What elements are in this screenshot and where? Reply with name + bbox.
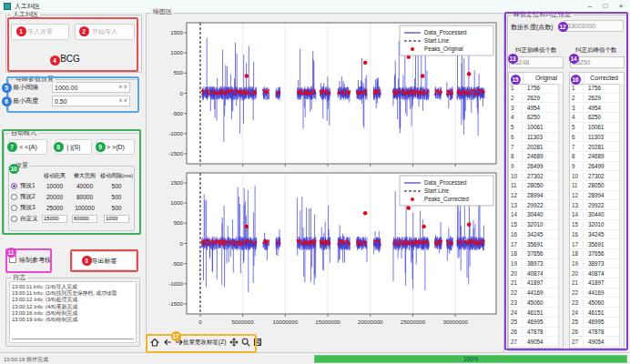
close-button[interactable]: × [614, 1, 628, 12]
step-forward-button[interactable]: > >(D) [97, 139, 135, 155]
table-row[interactable]: 1430440 [570, 210, 619, 220]
table-row[interactable]: 720281 [509, 142, 558, 152]
preset-radio[interactable] [11, 194, 17, 200]
table-row[interactable]: 1027302 [570, 171, 619, 181]
minimize-button[interactable]: – [583, 1, 597, 12]
table-row[interactable]: 1837656 [509, 249, 558, 259]
table-row[interactable]: 1735691 [570, 239, 619, 249]
plot-area-group-label: 绘图区 [151, 8, 174, 15]
svg-text:1000: 1000 [170, 199, 183, 206]
table-row[interactable]: 2749054 [509, 337, 558, 347]
table-row[interactable]: 1228994 [509, 191, 558, 201]
min-interval-spinbox[interactable]: ∧∨ [52, 82, 130, 93]
table-row[interactable]: 1634245 [509, 230, 558, 240]
table-row[interactable]: 22629 [570, 94, 619, 104]
table-row[interactable]: 824689 [509, 152, 558, 162]
corrected-peaks-table[interactable]: Corrected1175622629349544625051006161130… [569, 72, 625, 349]
step-back-button[interactable]: < <(A) [9, 139, 47, 155]
chevron-up-down-icon[interactable]: ∧∨ [118, 96, 128, 103]
table-row[interactable]: 2546995 [509, 318, 558, 328]
table-row[interactable]: 510061 [509, 123, 558, 133]
preset-value-input[interactable] [104, 215, 129, 223]
zoom-button[interactable] [239, 336, 251, 348]
table-row[interactable]: 720281 [570, 142, 619, 152]
table-row[interactable]: 34954 [509, 103, 558, 113]
table-row[interactable]: 11756 [509, 84, 558, 94]
table-row[interactable]: 2647878 [570, 328, 619, 338]
table-row[interactable]: 926499 [570, 162, 619, 172]
table-row[interactable]: 510061 [570, 123, 619, 133]
table-row[interactable]: 1532010 [570, 220, 619, 230]
home-button[interactable] [148, 336, 160, 348]
preset-value-input[interactable] [42, 215, 67, 223]
pan-icon [229, 338, 239, 347]
application-window: 人工纠区 – □ × 人工纠区 导入设置 开始导入 BCG 寻峰参数设置 最小间… [0, 0, 630, 364]
import-settings-button[interactable]: 导入设置 [11, 24, 69, 40]
before-count-field[interactable] [509, 56, 564, 68]
table-row[interactable]: 1532010 [509, 220, 558, 230]
preset-radio[interactable] [11, 205, 17, 211]
table-row[interactable]: 22629 [509, 94, 558, 104]
table-row[interactable]: 2546995 [570, 318, 619, 328]
window-title: 人工纠区 [15, 2, 40, 11]
data-length-field[interactable] [564, 20, 624, 32]
log-output[interactable]: 13:00:11 Info: (1/6)导入完成13:00:11 Info: (… [9, 281, 137, 343]
table-row[interactable]: 611303 [509, 133, 558, 143]
table-row[interactable]: 2040874 [509, 268, 558, 278]
table-scrollbar[interactable] [558, 84, 563, 347]
export-labels-button[interactable]: 导出标签 [72, 251, 137, 270]
table-row[interactable]: 2141897 [509, 278, 558, 288]
draw-reference-checkbox[interactable] [9, 256, 16, 263]
table-row[interactable]: 1128050 [509, 181, 558, 191]
save-button[interactable] [251, 336, 263, 348]
table-row[interactable]: 46250 [509, 113, 558, 123]
table-row[interactable]: 2647878 [509, 328, 558, 338]
table-row[interactable]: 1228994 [570, 191, 619, 201]
min-interval-label: 最小间隔 [13, 83, 38, 92]
table-row[interactable]: 1027302 [509, 171, 558, 181]
table-row[interactable]: 824689 [570, 152, 619, 162]
preset-name: 预设2 [20, 193, 36, 201]
chevron-up-down-icon[interactable]: ∧∨ [118, 83, 128, 89]
table-row[interactable]: 34954 [570, 103, 619, 113]
table-row[interactable]: 1735691 [509, 239, 558, 249]
preset-radio[interactable] [11, 216, 17, 222]
original-peaks-table[interactable]: Original11756226293495446250510061611303… [508, 72, 564, 349]
table-row[interactable]: 2345060 [570, 298, 619, 308]
pause-button[interactable]: | |(S) [56, 139, 92, 155]
table-row[interactable]: 2749054 [570, 337, 619, 347]
svg-text:-500: -500 [172, 260, 184, 267]
maximize-button[interactable]: □ [598, 1, 613, 12]
start-import-button[interactable]: 开始导入 [75, 24, 135, 40]
table-row[interactable]: 1634245 [570, 230, 619, 240]
table-row[interactable]: 2244169 [509, 288, 558, 298]
table-row[interactable]: 1938973 [570, 259, 619, 269]
table-row[interactable]: 1128050 [570, 181, 619, 191]
min-height-spinbox[interactable]: ∧∨ [52, 96, 130, 106]
table-row[interactable]: 2141897 [570, 278, 619, 288]
batch-edit-labels-button[interactable]: 批量更改标签(Z) [183, 339, 226, 347]
table-row[interactable]: 2244169 [570, 288, 619, 298]
after-count-field[interactable] [570, 56, 625, 68]
preset-radio[interactable] [11, 183, 17, 189]
table-row[interactable]: 1329922 [570, 200, 619, 210]
table-row[interactable]: 611303 [570, 133, 619, 143]
table-row[interactable]: 2446151 [570, 308, 619, 318]
table-scrollbar[interactable] [619, 84, 624, 347]
signal-plots[interactable]: -1500-1000-500050010001500Data_Processed… [147, 15, 502, 331]
table-row[interactable]: 1430440 [509, 210, 558, 220]
svg-text:1500: 1500 [170, 179, 183, 186]
table-row[interactable]: 926499 [509, 162, 558, 172]
table-row[interactable]: 1938973 [509, 259, 558, 269]
back-button[interactable] [161, 336, 173, 348]
table-row[interactable]: 1329922 [509, 200, 558, 210]
pan-button[interactable] [228, 336, 239, 348]
table-row[interactable]: 1837656 [570, 249, 619, 259]
preset-value-input[interactable] [72, 215, 97, 223]
table-row[interactable]: 46250 [570, 113, 619, 123]
table-row[interactable]: 11756 [570, 84, 619, 94]
table-row[interactable]: 2345060 [509, 298, 558, 308]
log-scrollbar[interactable] [12, 339, 134, 339]
table-row[interactable]: 2040874 [570, 268, 619, 278]
table-row[interactable]: 2446151 [509, 308, 558, 318]
